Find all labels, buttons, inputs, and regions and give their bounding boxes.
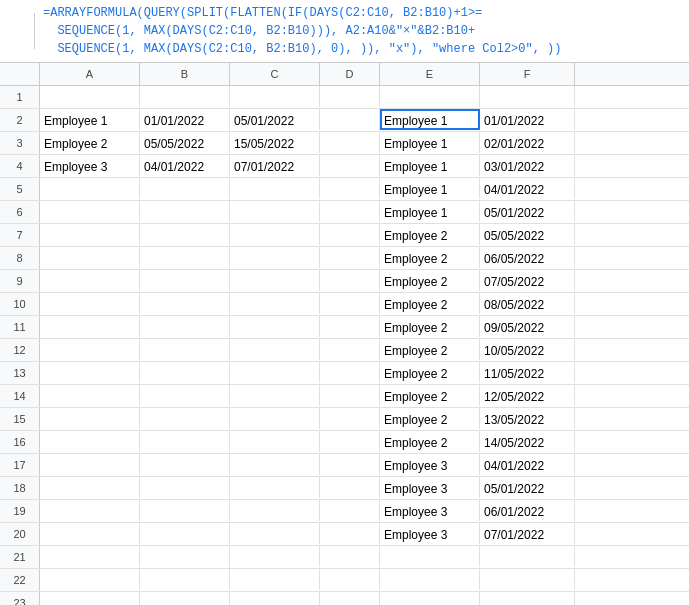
cell-b15[interactable] [140, 408, 230, 429]
cell-a1[interactable] [40, 86, 140, 107]
col-header-f[interactable]: F [480, 63, 575, 85]
cell-f2[interactable]: 01/01/2022 [480, 109, 575, 130]
col-header-a[interactable]: A [40, 63, 140, 85]
cell-f9[interactable]: 07/05/2022 [480, 270, 575, 291]
cell-c14[interactable] [230, 385, 320, 406]
cell-f10[interactable]: 08/05/2022 [480, 293, 575, 314]
cell-b19[interactable] [140, 500, 230, 521]
cell-f22[interactable] [480, 569, 575, 590]
cell-f4[interactable]: 03/01/2022 [480, 155, 575, 176]
cell-b20[interactable] [140, 523, 230, 544]
cell-e16[interactable]: Employee 2 [380, 431, 480, 452]
cell-c13[interactable] [230, 362, 320, 383]
cell-f14[interactable]: 12/05/2022 [480, 385, 575, 406]
cell-a16[interactable] [40, 431, 140, 452]
cell-a13[interactable] [40, 362, 140, 383]
cell-a22[interactable] [40, 569, 140, 590]
cell-a6[interactable] [40, 201, 140, 222]
cell-c1[interactable] [230, 86, 320, 107]
cell-c23[interactable] [230, 592, 320, 605]
cell-c16[interactable] [230, 431, 320, 452]
cell-c18[interactable] [230, 477, 320, 498]
cell-b18[interactable] [140, 477, 230, 498]
cell-f18[interactable]: 05/01/2022 [480, 477, 575, 498]
cell-e13[interactable]: Employee 2 [380, 362, 480, 383]
cell-c21[interactable] [230, 546, 320, 567]
formula-content[interactable]: =ARRAYFORMULA(QUERY(SPLIT(FLATTEN(IF(DAY… [43, 4, 683, 58]
cell-f5[interactable]: 04/01/2022 [480, 178, 575, 199]
cell-b8[interactable] [140, 247, 230, 268]
cell-e5[interactable]: Employee 1 [380, 178, 480, 199]
cell-e19[interactable]: Employee 3 [380, 500, 480, 521]
cell-d21[interactable] [320, 546, 380, 567]
cell-d16[interactable] [320, 431, 380, 452]
cell-a8[interactable] [40, 247, 140, 268]
cell-c5[interactable] [230, 178, 320, 199]
cell-a14[interactable] [40, 385, 140, 406]
cell-f12[interactable]: 10/05/2022 [480, 339, 575, 360]
cell-b3[interactable]: 05/05/2022 [140, 132, 230, 153]
cell-f23[interactable] [480, 592, 575, 605]
cell-e22[interactable] [380, 569, 480, 590]
cell-e2[interactable]: Employee 1 [380, 109, 480, 130]
cell-f19[interactable]: 06/01/2022 [480, 500, 575, 521]
cell-e6[interactable]: Employee 1 [380, 201, 480, 222]
cell-d3[interactable] [320, 132, 380, 153]
cell-f17[interactable]: 04/01/2022 [480, 454, 575, 475]
cell-a5[interactable] [40, 178, 140, 199]
cell-f15[interactable]: 13/05/2022 [480, 408, 575, 429]
col-header-b[interactable]: B [140, 63, 230, 85]
cell-c12[interactable] [230, 339, 320, 360]
cell-a15[interactable] [40, 408, 140, 429]
cell-e7[interactable]: Employee 2 [380, 224, 480, 245]
cell-a4[interactable]: Employee 3 [40, 155, 140, 176]
cell-b14[interactable] [140, 385, 230, 406]
cell-f16[interactable]: 14/05/2022 [480, 431, 575, 452]
cell-c6[interactable] [230, 201, 320, 222]
cell-c20[interactable] [230, 523, 320, 544]
cell-e23[interactable] [380, 592, 480, 605]
cell-a20[interactable] [40, 523, 140, 544]
col-header-d[interactable]: D [320, 63, 380, 85]
cell-c10[interactable] [230, 293, 320, 314]
cell-d13[interactable] [320, 362, 380, 383]
cell-d17[interactable] [320, 454, 380, 475]
cell-b2[interactable]: 01/01/2022 [140, 109, 230, 130]
cell-a11[interactable] [40, 316, 140, 337]
cell-c3[interactable]: 15/05/2022 [230, 132, 320, 153]
cell-b6[interactable] [140, 201, 230, 222]
cell-e3[interactable]: Employee 1 [380, 132, 480, 153]
cell-a7[interactable] [40, 224, 140, 245]
cell-e1[interactable] [380, 86, 480, 107]
cell-a17[interactable] [40, 454, 140, 475]
cell-c8[interactable] [230, 247, 320, 268]
cell-d1[interactable] [320, 86, 380, 107]
cell-d11[interactable] [320, 316, 380, 337]
cell-f8[interactable]: 06/05/2022 [480, 247, 575, 268]
cell-d14[interactable] [320, 385, 380, 406]
cell-d10[interactable] [320, 293, 380, 314]
cell-b10[interactable] [140, 293, 230, 314]
cell-b17[interactable] [140, 454, 230, 475]
cell-f6[interactable]: 05/01/2022 [480, 201, 575, 222]
cell-b7[interactable] [140, 224, 230, 245]
cell-b4[interactable]: 04/01/2022 [140, 155, 230, 176]
col-header-c[interactable]: C [230, 63, 320, 85]
cell-c7[interactable] [230, 224, 320, 245]
cell-e17[interactable]: Employee 3 [380, 454, 480, 475]
cell-d8[interactable] [320, 247, 380, 268]
cell-a10[interactable] [40, 293, 140, 314]
cell-d4[interactable] [320, 155, 380, 176]
cell-b22[interactable] [140, 569, 230, 590]
cell-b23[interactable] [140, 592, 230, 605]
cell-f11[interactable]: 09/05/2022 [480, 316, 575, 337]
col-header-e[interactable]: E [380, 63, 480, 85]
cell-d6[interactable] [320, 201, 380, 222]
cell-f7[interactable]: 05/05/2022 [480, 224, 575, 245]
cell-d2[interactable] [320, 109, 380, 130]
cell-a12[interactable] [40, 339, 140, 360]
cell-e21[interactable] [380, 546, 480, 567]
cell-c4[interactable]: 07/01/2022 [230, 155, 320, 176]
cell-b9[interactable] [140, 270, 230, 291]
cell-d9[interactable] [320, 270, 380, 291]
